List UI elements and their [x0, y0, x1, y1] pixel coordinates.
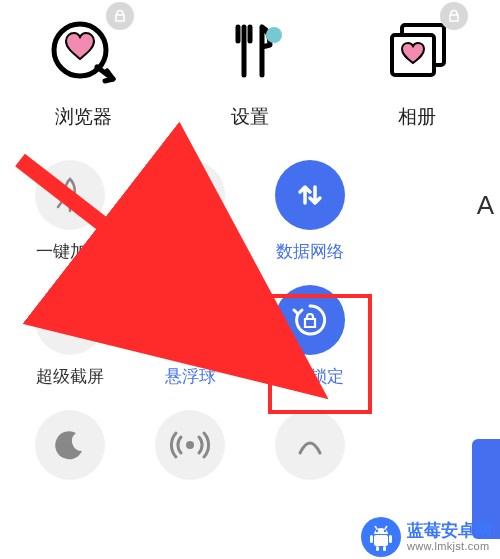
vibration-icon: [155, 160, 225, 230]
qs-data[interactable]: 数据网络: [250, 160, 370, 263]
target-circle-icon: [155, 285, 225, 355]
index-letter: A: [477, 190, 494, 221]
svg-rect-16: [374, 535, 388, 546]
watermark: 蓝莓安卓网 www.lmkjst.com: [361, 517, 492, 557]
watermark-title: 蓝莓安卓网: [407, 522, 492, 541]
svg-rect-20: [383, 546, 386, 551]
qs-night[interactable]: [10, 410, 130, 480]
heart-target-icon: [40, 10, 126, 96]
svg-point-8: [184, 314, 196, 326]
qs-label: 数据网络: [276, 240, 344, 263]
rocket-icon: [35, 160, 105, 230]
svg-rect-17: [370, 535, 373, 543]
qs-hotspot[interactable]: [130, 410, 250, 480]
svg-rect-5: [184, 183, 196, 207]
qs-spacer-2: [370, 285, 490, 388]
svg-text:S: S: [66, 313, 75, 328]
cutlery-icon: [207, 10, 293, 96]
app-label: 相册: [398, 104, 436, 130]
svg-point-2: [266, 27, 282, 43]
lock-badge-icon: [106, 2, 134, 30]
qs-label: 振动模式: [156, 240, 224, 263]
qs-label: 悬浮球: [165, 365, 216, 388]
svg-point-12: [376, 530, 378, 532]
svg-line-15: [385, 526, 387, 529]
crop-s-icon: S: [35, 285, 105, 355]
svg-rect-18: [389, 535, 392, 543]
qs-boost[interactable]: 一键加速: [10, 160, 130, 263]
svg-line-14: [375, 526, 377, 529]
watermark-url: www.lmkjst.com: [407, 540, 492, 552]
app-gallery[interactable]: 相册: [357, 10, 477, 130]
qs-floatball[interactable]: 悬浮球: [130, 285, 250, 388]
qs-screenshot[interactable]: S 超级截屏: [10, 285, 130, 388]
svg-point-7: [176, 306, 204, 334]
quick-settings-grid: 一键加速 振动模式 数据网络 S 超级截屏 悬浮球 竖屏锁定: [0, 130, 500, 480]
svg-point-13: [384, 530, 386, 532]
curve-icon: [275, 410, 345, 480]
qs-extra[interactable]: [250, 410, 370, 480]
rotation-lock-icon: [275, 285, 345, 355]
qs-spacer-1: [370, 160, 490, 263]
hotspot-icon: [155, 410, 225, 480]
app-browser[interactable]: 浏览器: [23, 10, 143, 130]
qs-label: 竖屏锁定: [276, 365, 344, 388]
lock-badge-icon: [440, 2, 468, 30]
app-label: 设置: [231, 104, 269, 130]
android-robot-icon: [361, 517, 401, 557]
qs-vibrate[interactable]: 振动模式: [130, 160, 250, 263]
app-label: 浏览器: [55, 104, 112, 130]
qs-label: 超级截屏: [36, 365, 104, 388]
photos-heart-icon: [374, 10, 460, 96]
data-arrows-icon: [275, 160, 345, 230]
svg-point-9: [186, 441, 194, 449]
qs-portrait-lock[interactable]: 竖屏锁定: [250, 285, 370, 388]
moon-icon: [35, 410, 105, 480]
app-settings[interactable]: 设置: [190, 10, 310, 130]
qs-label: 一键加速: [36, 240, 104, 263]
svg-rect-19: [376, 546, 379, 551]
app-shortcut-row: 浏览器 设置 相册: [0, 0, 500, 130]
